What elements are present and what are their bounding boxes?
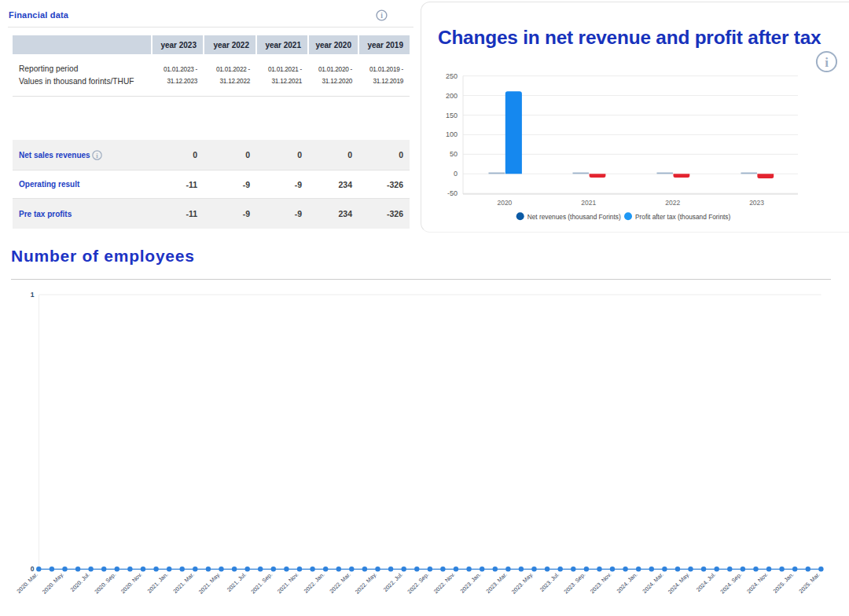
svg-text:2024. Jan.: 2024. Jan.: [616, 571, 639, 595]
svg-text:2021. Jan.: 2021. Jan.: [146, 571, 170, 595]
svg-text:2023. Jul.: 2023. Jul.: [538, 571, 560, 593]
svg-text:2021: 2021: [581, 199, 596, 207]
svg-text:2021. Sep.: 2021. Sep.: [249, 571, 274, 596]
svg-text:150: 150: [446, 112, 458, 119]
svg-text:2022. Mar.: 2022. Mar.: [328, 571, 351, 595]
svg-text:50: 50: [450, 150, 458, 158]
svg-text:2020. Nov.: 2020. Nov.: [119, 571, 144, 596]
svg-text:Profit after tax (thousand For: Profit after tax (thousand Forints): [635, 213, 731, 221]
svg-text:2025. Mar.: 2025. Mar.: [797, 571, 821, 595]
svg-text:i: i: [380, 12, 383, 20]
svg-text:2020. Sep.: 2020. Sep.: [93, 571, 117, 596]
svg-text:2023. May.: 2023. May.: [510, 571, 535, 596]
svg-text:2021. Jul.: 2021. Jul.: [226, 571, 248, 593]
svg-text:2022: 2022: [665, 199, 680, 207]
svg-text:2022. Nov.: 2022. Nov.: [432, 571, 457, 596]
svg-text:1: 1: [31, 291, 35, 299]
svg-text:2023. Mar.: 2023. Mar.: [484, 571, 508, 595]
svg-text:2023. Jan.: 2023. Jan.: [459, 571, 483, 595]
svg-text:i: i: [97, 151, 99, 159]
svg-text:2024. Nov.: 2024. Nov.: [745, 571, 770, 596]
svg-text:2024. Jul.: 2024. Jul.: [695, 571, 717, 593]
svg-text:2023. Sep.: 2023. Sep.: [562, 571, 586, 596]
svg-text:2020. Mar.: 2020. Mar.: [15, 571, 39, 595]
svg-text:2021. Mar.: 2021. Mar.: [171, 571, 195, 595]
svg-text:2024. Mar.: 2024. Mar.: [641, 571, 664, 595]
svg-text:-50: -50: [447, 189, 458, 197]
svg-text:2021. Nov.: 2021. Nov.: [276, 571, 300, 596]
svg-text:100: 100: [446, 130, 458, 138]
svg-text:2022. May.: 2022. May.: [354, 571, 378, 596]
svg-text:Net revenues (thousand Forints: Net revenues (thousand Forints): [527, 213, 621, 221]
svg-text:0: 0: [454, 170, 458, 178]
svg-text:250: 250: [446, 72, 458, 80]
svg-text:200: 200: [446, 92, 458, 100]
svg-text:2024. Sep.: 2024. Sep.: [719, 571, 743, 596]
svg-text:2022. Jul.: 2022. Jul.: [382, 571, 404, 593]
svg-text:2020: 2020: [497, 199, 512, 207]
svg-text:2025. Jan.: 2025. Jan.: [772, 571, 796, 595]
svg-text:2022. Sep.: 2022. Sep.: [406, 571, 430, 596]
svg-text:2022. Jan.: 2022. Jan.: [303, 571, 326, 595]
svg-text:2023. Nov.: 2023. Nov.: [589, 571, 613, 596]
svg-text:2024. May.: 2024. May.: [667, 571, 691, 596]
svg-text:2020. Jul.: 2020. Jul.: [69, 571, 91, 593]
svg-text:2020. May.: 2020. May.: [41, 571, 65, 596]
svg-text:2023: 2023: [749, 199, 764, 207]
svg-text:2021. May.: 2021. May.: [197, 571, 222, 596]
